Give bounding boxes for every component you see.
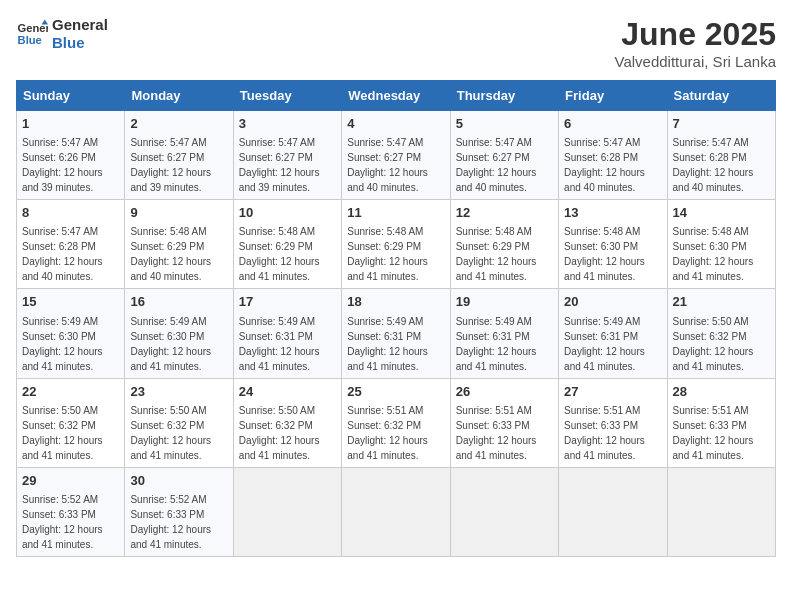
page-title: June 2025	[615, 16, 776, 53]
calendar-cell: 6Sunrise: 5:47 AM Sunset: 6:28 PM Daylig…	[559, 111, 667, 200]
day-number: 2	[130, 115, 227, 133]
day-number: 21	[673, 293, 770, 311]
day-number: 9	[130, 204, 227, 222]
day-info: Sunrise: 5:48 AM Sunset: 6:30 PM Dayligh…	[673, 224, 770, 284]
day-info: Sunrise: 5:47 AM Sunset: 6:28 PM Dayligh…	[673, 135, 770, 195]
calendar-cell: 15Sunrise: 5:49 AM Sunset: 6:30 PM Dayli…	[17, 289, 125, 378]
calendar-week-row: 15Sunrise: 5:49 AM Sunset: 6:30 PM Dayli…	[17, 289, 776, 378]
day-number: 18	[347, 293, 444, 311]
calendar-cell: 20Sunrise: 5:49 AM Sunset: 6:31 PM Dayli…	[559, 289, 667, 378]
day-number: 26	[456, 383, 553, 401]
day-info: Sunrise: 5:47 AM Sunset: 6:26 PM Dayligh…	[22, 135, 119, 195]
title-area: June 2025 Valvedditturai, Sri Lanka	[615, 16, 776, 70]
calendar-week-row: 29Sunrise: 5:52 AM Sunset: 6:33 PM Dayli…	[17, 467, 776, 556]
calendar-cell	[450, 467, 558, 556]
calendar-header-tuesday: Tuesday	[233, 81, 341, 111]
svg-text:Blue: Blue	[18, 34, 42, 46]
day-info: Sunrise: 5:49 AM Sunset: 6:31 PM Dayligh…	[564, 314, 661, 374]
calendar-cell: 14Sunrise: 5:48 AM Sunset: 6:30 PM Dayli…	[667, 200, 775, 289]
calendar-cell: 8Sunrise: 5:47 AM Sunset: 6:28 PM Daylig…	[17, 200, 125, 289]
day-number: 16	[130, 293, 227, 311]
day-info: Sunrise: 5:50 AM Sunset: 6:32 PM Dayligh…	[130, 403, 227, 463]
calendar-cell: 16Sunrise: 5:49 AM Sunset: 6:30 PM Dayli…	[125, 289, 233, 378]
day-info: Sunrise: 5:47 AM Sunset: 6:28 PM Dayligh…	[22, 224, 119, 284]
calendar-cell: 30Sunrise: 5:52 AM Sunset: 6:33 PM Dayli…	[125, 467, 233, 556]
day-info: Sunrise: 5:47 AM Sunset: 6:27 PM Dayligh…	[239, 135, 336, 195]
calendar-cell: 27Sunrise: 5:51 AM Sunset: 6:33 PM Dayli…	[559, 378, 667, 467]
calendar-cell: 11Sunrise: 5:48 AM Sunset: 6:29 PM Dayli…	[342, 200, 450, 289]
calendar-cell	[667, 467, 775, 556]
day-number: 8	[22, 204, 119, 222]
calendar-cell: 28Sunrise: 5:51 AM Sunset: 6:33 PM Dayli…	[667, 378, 775, 467]
calendar-cell: 18Sunrise: 5:49 AM Sunset: 6:31 PM Dayli…	[342, 289, 450, 378]
calendar-cell: 7Sunrise: 5:47 AM Sunset: 6:28 PM Daylig…	[667, 111, 775, 200]
calendar-header-saturday: Saturday	[667, 81, 775, 111]
calendar-cell: 3Sunrise: 5:47 AM Sunset: 6:27 PM Daylig…	[233, 111, 341, 200]
logo-general: General	[52, 16, 108, 34]
day-info: Sunrise: 5:47 AM Sunset: 6:28 PM Dayligh…	[564, 135, 661, 195]
day-number: 25	[347, 383, 444, 401]
day-info: Sunrise: 5:48 AM Sunset: 6:30 PM Dayligh…	[564, 224, 661, 284]
day-number: 11	[347, 204, 444, 222]
calendar-cell	[233, 467, 341, 556]
calendar-cell: 22Sunrise: 5:50 AM Sunset: 6:32 PM Dayli…	[17, 378, 125, 467]
day-number: 28	[673, 383, 770, 401]
logo-blue: Blue	[52, 34, 108, 52]
day-number: 3	[239, 115, 336, 133]
day-number: 12	[456, 204, 553, 222]
calendar-header-monday: Monday	[125, 81, 233, 111]
calendar-cell	[559, 467, 667, 556]
day-info: Sunrise: 5:47 AM Sunset: 6:27 PM Dayligh…	[347, 135, 444, 195]
calendar-cell: 26Sunrise: 5:51 AM Sunset: 6:33 PM Dayli…	[450, 378, 558, 467]
day-info: Sunrise: 5:52 AM Sunset: 6:33 PM Dayligh…	[130, 492, 227, 552]
day-number: 13	[564, 204, 661, 222]
day-number: 27	[564, 383, 661, 401]
day-info: Sunrise: 5:51 AM Sunset: 6:32 PM Dayligh…	[347, 403, 444, 463]
calendar-cell: 12Sunrise: 5:48 AM Sunset: 6:29 PM Dayli…	[450, 200, 558, 289]
day-number: 19	[456, 293, 553, 311]
calendar-header-wednesday: Wednesday	[342, 81, 450, 111]
day-info: Sunrise: 5:48 AM Sunset: 6:29 PM Dayligh…	[130, 224, 227, 284]
day-info: Sunrise: 5:50 AM Sunset: 6:32 PM Dayligh…	[22, 403, 119, 463]
day-number: 30	[130, 472, 227, 490]
calendar-cell: 19Sunrise: 5:49 AM Sunset: 6:31 PM Dayli…	[450, 289, 558, 378]
calendar-week-row: 22Sunrise: 5:50 AM Sunset: 6:32 PM Dayli…	[17, 378, 776, 467]
day-info: Sunrise: 5:51 AM Sunset: 6:33 PM Dayligh…	[564, 403, 661, 463]
day-number: 15	[22, 293, 119, 311]
calendar-cell: 5Sunrise: 5:47 AM Sunset: 6:27 PM Daylig…	[450, 111, 558, 200]
day-info: Sunrise: 5:52 AM Sunset: 6:33 PM Dayligh…	[22, 492, 119, 552]
calendar-cell: 21Sunrise: 5:50 AM Sunset: 6:32 PM Dayli…	[667, 289, 775, 378]
calendar-cell: 13Sunrise: 5:48 AM Sunset: 6:30 PM Dayli…	[559, 200, 667, 289]
calendar-cell: 25Sunrise: 5:51 AM Sunset: 6:32 PM Dayli…	[342, 378, 450, 467]
day-info: Sunrise: 5:48 AM Sunset: 6:29 PM Dayligh…	[239, 224, 336, 284]
day-number: 7	[673, 115, 770, 133]
day-info: Sunrise: 5:49 AM Sunset: 6:31 PM Dayligh…	[456, 314, 553, 374]
day-info: Sunrise: 5:51 AM Sunset: 6:33 PM Dayligh…	[673, 403, 770, 463]
day-number: 22	[22, 383, 119, 401]
day-number: 14	[673, 204, 770, 222]
day-info: Sunrise: 5:51 AM Sunset: 6:33 PM Dayligh…	[456, 403, 553, 463]
calendar-cell: 17Sunrise: 5:49 AM Sunset: 6:31 PM Dayli…	[233, 289, 341, 378]
logo: General Blue General Blue	[16, 16, 108, 52]
calendar-header-thursday: Thursday	[450, 81, 558, 111]
day-number: 17	[239, 293, 336, 311]
day-number: 24	[239, 383, 336, 401]
calendar-cell: 9Sunrise: 5:48 AM Sunset: 6:29 PM Daylig…	[125, 200, 233, 289]
day-number: 10	[239, 204, 336, 222]
day-number: 5	[456, 115, 553, 133]
calendar-cell	[342, 467, 450, 556]
calendar-cell: 1Sunrise: 5:47 AM Sunset: 6:26 PM Daylig…	[17, 111, 125, 200]
day-info: Sunrise: 5:48 AM Sunset: 6:29 PM Dayligh…	[347, 224, 444, 284]
day-info: Sunrise: 5:47 AM Sunset: 6:27 PM Dayligh…	[130, 135, 227, 195]
calendar-week-row: 8Sunrise: 5:47 AM Sunset: 6:28 PM Daylig…	[17, 200, 776, 289]
calendar-header-friday: Friday	[559, 81, 667, 111]
calendar-cell: 29Sunrise: 5:52 AM Sunset: 6:33 PM Dayli…	[17, 467, 125, 556]
calendar-cell: 10Sunrise: 5:48 AM Sunset: 6:29 PM Dayli…	[233, 200, 341, 289]
day-number: 29	[22, 472, 119, 490]
day-info: Sunrise: 5:49 AM Sunset: 6:30 PM Dayligh…	[130, 314, 227, 374]
page-header: General Blue General Blue June 2025 Valv…	[16, 16, 776, 70]
day-info: Sunrise: 5:49 AM Sunset: 6:30 PM Dayligh…	[22, 314, 119, 374]
calendar-header-sunday: Sunday	[17, 81, 125, 111]
day-number: 4	[347, 115, 444, 133]
calendar-cell: 24Sunrise: 5:50 AM Sunset: 6:32 PM Dayli…	[233, 378, 341, 467]
